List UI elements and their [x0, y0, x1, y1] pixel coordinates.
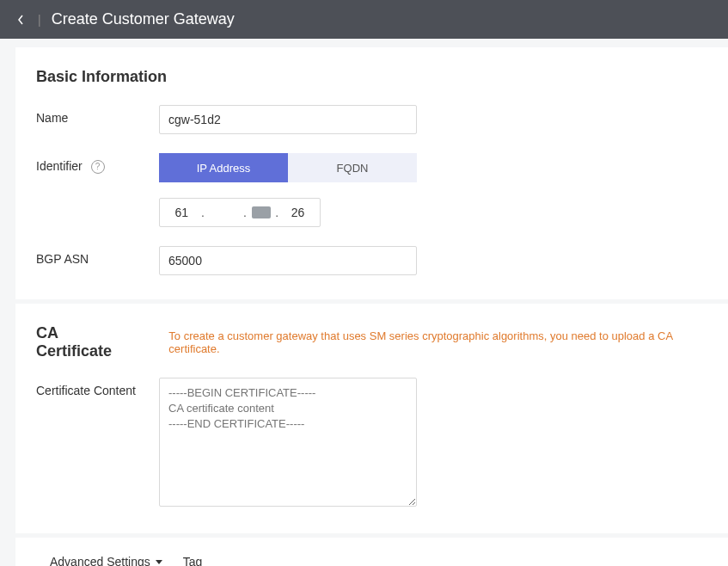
basic-information-section: Basic Information Name Identifier ? IP A… — [15, 47, 728, 299]
ip-dot: . — [242, 206, 248, 219]
ip-address-input: . . . — [159, 198, 321, 227]
ip-dot: . — [200, 206, 205, 219]
ip-octet-4[interactable] — [284, 206, 313, 219]
advanced-settings-label: Advanced Settings — [50, 555, 150, 566]
ip-dot: . — [274, 206, 279, 219]
cert-note: To create a customer gateway that uses S… — [168, 329, 707, 355]
advanced-settings-section: Advanced Settings Tag — [15, 538, 728, 566]
name-input[interactable] — [159, 105, 417, 134]
advanced-settings-tag: Tag — [183, 555, 203, 566]
identifier-label-text: Identifier — [36, 159, 83, 173]
ip-octet-2[interactable] — [209, 206, 238, 219]
back-button[interactable] — [14, 13, 28, 27]
section-title-basic: Basic Information — [36, 68, 707, 86]
section-title-cert: CA Certificate — [36, 324, 134, 360]
page-header: | Create Customer Gateway — [0, 0, 728, 39]
chevron-left-icon — [16, 14, 25, 26]
name-label: Name — [36, 105, 159, 125]
ip-octet-1[interactable] — [167, 206, 196, 219]
identifier-toggle: IP Address FQDN — [159, 153, 417, 182]
identifier-option-ip[interactable]: IP Address — [159, 153, 288, 182]
ca-certificate-section: CA Certificate To create a customer gate… — [15, 304, 728, 533]
bgp-asn-label: BGP ASN — [36, 246, 159, 266]
header-divider: | — [36, 13, 43, 27]
advanced-settings-toggle[interactable]: Advanced Settings — [50, 555, 162, 566]
cert-content-label: Certificate Content — [36, 378, 159, 397]
identifier-option-fqdn[interactable]: FQDN — [288, 153, 417, 182]
cert-content-textarea[interactable] — [159, 378, 417, 507]
identifier-label: Identifier ? — [36, 153, 159, 175]
bgp-asn-input[interactable] — [159, 246, 417, 275]
ip-octet-3-masked[interactable] — [252, 206, 271, 218]
chevron-down-icon — [156, 560, 162, 564]
help-icon[interactable]: ? — [91, 160, 105, 174]
page-title: Create Customer Gateway — [52, 10, 235, 28]
